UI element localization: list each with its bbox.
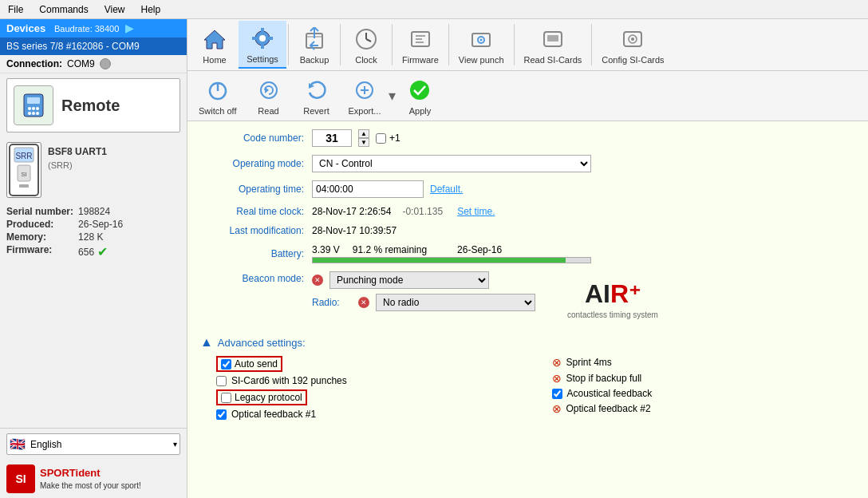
menu-view[interactable]: View: [100, 2, 130, 17]
real-time-clock-row: Real time clock: 28-Nov-17 2:26:54 -0:01…: [200, 206, 855, 217]
language-select[interactable]: 🇬🇧 English ▾: [6, 433, 180, 455]
adv-acousticalfb: Acoustical feedback: [552, 388, 856, 399]
toolbar-sep2: [340, 24, 341, 65]
adv-autosend: Auto send: [216, 356, 520, 372]
svg-point-3: [32, 107, 35, 110]
beacon-mode-row: Beacon mode: ✕ Punching mode Radio:: [200, 271, 855, 327]
tool-home[interactable]: Home: [191, 21, 239, 69]
tool-clock[interactable]: Clock: [342, 21, 390, 69]
svg-point-32: [480, 39, 483, 42]
svg-rect-18: [261, 44, 264, 49]
last-mod-row: Last modification: 28-Nov-17 10:39:57: [200, 225, 855, 236]
svg-point-4: [36, 107, 39, 110]
flag-icon: 🇬🇧: [10, 437, 26, 452]
opticalfb2-x-icon: ⊗: [552, 402, 562, 415]
code-number-input[interactable]: [312, 129, 352, 147]
tool-revert[interactable]: Revert: [293, 73, 341, 119]
code-number-row: Code number: ▲ ▼ +1: [200, 129, 855, 147]
advanced-header[interactable]: ▲ Advanced settings:: [200, 335, 855, 350]
stopbackupfull-x-icon: ⊗: [552, 372, 562, 385]
home-icon: [200, 25, 229, 53]
device-icon: SRR SI: [6, 142, 41, 198]
toolbar-sep1: [288, 24, 289, 65]
air-logo: AIR⁺ contactless timing system: [559, 271, 666, 327]
tool-firmware[interactable]: Firmware: [394, 21, 447, 69]
svg-point-46: [410, 81, 429, 100]
svg-line-25: [366, 39, 371, 42]
tool-export[interactable]: Export...: [341, 73, 389, 119]
device-entry: SRR SI BSF8 UART1 (SRR): [0, 137, 187, 203]
sidebar-device[interactable]: BS series 7/8 #162086 - COM9: [0, 38, 187, 55]
sidebar: Devices Baudrate: 38400 ▶ BS series 7/8 …: [0, 19, 187, 498]
beacon-mode-select[interactable]: Punching mode: [329, 271, 489, 289]
adv-sicard6: SI-Card6 with 192 punches: [216, 375, 520, 386]
set-time-link[interactable]: Set time.: [457, 206, 495, 217]
svg-rect-17: [261, 28, 264, 33]
svg-rect-20: [268, 37, 273, 40]
opticalfb1-checkbox[interactable]: [216, 409, 227, 420]
svg-rect-34: [547, 35, 558, 42]
operating-time-input[interactable]: [312, 180, 424, 198]
tool-backup[interactable]: Backup: [290, 21, 338, 69]
tool-read[interactable]: Read: [245, 73, 293, 119]
svg-point-5: [28, 112, 31, 115]
remote-box: Remote: [6, 78, 180, 132]
menu-commands[interactable]: Commands: [34, 2, 93, 17]
revert-icon: [302, 76, 331, 105]
svg-point-2: [28, 107, 31, 110]
operating-mode-select[interactable]: CN - Control SRR Station Finish: [312, 155, 591, 172]
apply-icon: [405, 76, 434, 105]
battery-bar: [313, 258, 566, 263]
content-area: Code number: ▲ ▼ +1: [187, 121, 868, 498]
legacyprotocol-checkbox[interactable]: [221, 393, 231, 403]
svg-marker-41: [265, 87, 269, 93]
radio-clear-btn[interactable]: ✕: [358, 297, 369, 308]
default-link[interactable]: Default.: [430, 184, 463, 195]
svg-point-16: [259, 35, 266, 42]
sportident-logo: SI SPORTident Make the most of your spor…: [0, 460, 187, 498]
tool-settings[interactable]: Settings: [239, 21, 286, 69]
plus1-checkbox[interactable]: [376, 133, 386, 144]
svg-point-37: [631, 38, 634, 41]
sidebar-footer: 🇬🇧 English ▾: [0, 428, 187, 460]
adv-stopbackupfull: ⊗ Stop if backup full: [552, 372, 856, 385]
spin-down[interactable]: ▼: [358, 138, 369, 147]
adv-legacyprotocol: Legacy protocol: [216, 389, 520, 405]
remote-label: Remote: [61, 97, 120, 115]
menubar: File Commands View Help: [0, 0, 868, 19]
spin-up[interactable]: ▲: [358, 129, 369, 138]
toolbar-row1: Home Settings Backup: [187, 19, 868, 71]
tool-readsi[interactable]: Read SI-Cards: [516, 21, 590, 69]
sprint4ms-x-icon: ⊗: [552, 356, 562, 369]
advanced-section: ▲ Advanced settings: Auto send: [200, 335, 855, 423]
advanced-expand-icon: ▲: [200, 335, 213, 350]
export-dropdown-arrow: ▾: [389, 87, 396, 105]
readsi-icon: [539, 25, 567, 53]
beacon-clear-btn[interactable]: ✕: [312, 275, 323, 286]
battery-row: Battery: 3.39 V 91.2 % remaining 26-Sep-…: [200, 244, 855, 263]
remote-icon: [14, 85, 53, 125]
acousticalfb-checkbox[interactable]: [552, 389, 562, 399]
operating-time-row: Operating time: Default.: [200, 180, 855, 198]
sicard6-checkbox[interactable]: [216, 376, 227, 386]
radio-select[interactable]: No radio: [376, 294, 535, 311]
tool-switchoff[interactable]: Switch off: [191, 73, 245, 119]
adv-opticalfb2: ⊗ Optical feedback #2: [552, 402, 856, 415]
svg-text:SI: SI: [21, 171, 27, 178]
menu-help[interactable]: Help: [136, 2, 166, 17]
advanced-grid: Auto send SI-Card6 with 192 punches: [200, 356, 855, 423]
svg-point-7: [36, 112, 39, 115]
export-icon: [350, 76, 379, 105]
autosend-checkbox[interactable]: [221, 359, 231, 370]
tool-viewpunch[interactable]: View punch: [451, 21, 512, 69]
content-inner: Code number: ▲ ▼ +1: [200, 129, 855, 423]
firmware-check-icon: ✔: [97, 244, 108, 259]
sidebar-header: Devices Baudrate: 38400 ▶: [0, 19, 187, 38]
toolbar-sep4: [448, 24, 449, 65]
menu-file[interactable]: File: [3, 2, 28, 17]
tool-apply[interactable]: Apply: [396, 73, 444, 119]
adv-opticalfb1: Optical feedback #1: [216, 409, 520, 420]
battery-bar-wrap: [312, 257, 591, 263]
toolbar-row2: Switch off Read Revert Exp: [187, 71, 868, 121]
tool-configsi[interactable]: Config SI-Cards: [594, 21, 672, 69]
